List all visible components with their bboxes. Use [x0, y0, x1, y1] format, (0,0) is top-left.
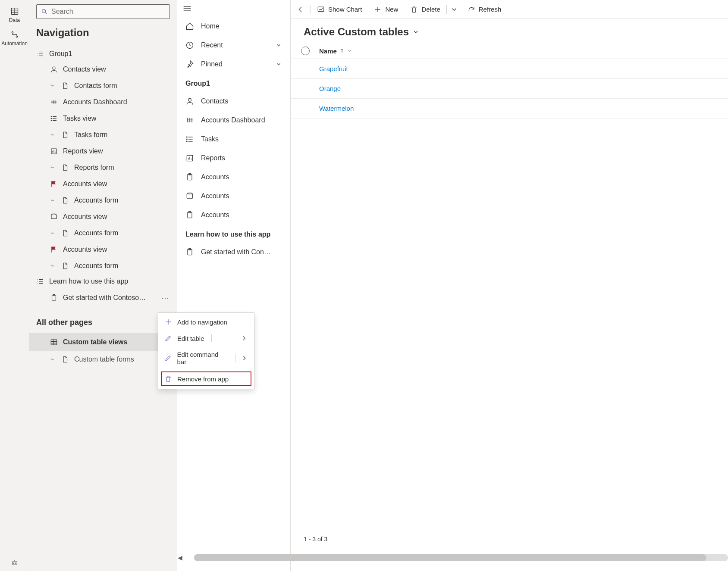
dashboard-icon: [50, 98, 58, 106]
search-input[interactable]: [51, 8, 165, 16]
more-icon[interactable]: ⋯: [161, 293, 170, 303]
svg-rect-43: [51, 340, 57, 345]
svg-point-51: [188, 98, 191, 101]
ctx-edit-table[interactable]: Edit table: [158, 330, 254, 346]
nav-accounts-view-c[interactable]: Accounts view: [29, 241, 177, 258]
row-link[interactable]: Orange: [319, 85, 341, 92]
col-label: Name: [319, 47, 337, 55]
chevron-right-icon: [241, 354, 248, 362]
indent-icon: [50, 356, 56, 362]
appnav-accounts-c[interactable]: Accounts: [177, 206, 290, 225]
appnav-tasks[interactable]: Tasks: [177, 130, 290, 149]
chart-icon: [317, 6, 325, 13]
back-button[interactable]: [291, 0, 311, 19]
flag-icon: [50, 246, 58, 253]
table-header: Name: [291, 43, 728, 59]
scroll-track[interactable]: [194, 554, 728, 561]
nav-accounts-form-b[interactable]: Accounts form: [29, 225, 177, 241]
table-row[interactable]: Watermelon: [291, 99, 728, 119]
svg-point-18: [53, 67, 55, 69]
cmd-label: Delete: [421, 6, 440, 13]
plus-icon: [374, 6, 382, 13]
nav-get-started[interactable]: Get started with Contoso… ⋯: [29, 289, 177, 307]
form-icon: [61, 262, 69, 270]
cmd-label: Show Chart: [328, 6, 362, 13]
row-link[interactable]: Grapefruit: [319, 65, 348, 72]
appnav-accounts-dashboard[interactable]: Accounts Dashboard: [177, 111, 290, 130]
appnav-recent[interactable]: Recent: [177, 36, 290, 55]
select-all[interactable]: [298, 47, 313, 55]
indent-icon: [50, 83, 56, 89]
row-link[interactable]: Watermelon: [319, 105, 354, 112]
nav-contacts-view[interactable]: Contacts view: [29, 61, 177, 78]
nav-accounts-form-a[interactable]: Accounts form: [29, 192, 177, 209]
pin-icon: [185, 60, 194, 69]
account-view-icon: [185, 192, 194, 200]
bot-icon: [11, 559, 19, 567]
appnav-label: Recent: [201, 41, 223, 49]
svg-point-7: [13, 563, 14, 564]
nav-custom-table-views[interactable]: Custom table views ⋯: [29, 333, 177, 351]
form-icon: [61, 82, 69, 90]
svg-point-5: [16, 36, 17, 37]
appnav-get-started[interactable]: Get started with Con…: [177, 243, 290, 262]
table-row[interactable]: Grapefruit: [291, 59, 728, 79]
hamburger-button[interactable]: [177, 2, 290, 17]
refresh-button[interactable]: Refresh: [461, 0, 508, 19]
rail-data[interactable]: Data: [0, 3, 29, 27]
ctx-add-to-nav[interactable]: Add to navigation: [158, 314, 254, 330]
name-column-header[interactable]: Name: [319, 47, 352, 55]
clipboard-icon: [185, 248, 194, 256]
nav-accounts-dashboard[interactable]: Accounts Dashboard: [29, 94, 177, 110]
svg-point-10: [42, 9, 46, 13]
main-content: Show Chart New Delete Refresh Active Cus…: [291, 0, 728, 571]
delete-button[interactable]: Delete: [404, 0, 446, 19]
nav-group1[interactable]: Group1: [29, 47, 177, 61]
appnav-label: Reports: [201, 154, 225, 162]
navigation-panel: Navigation Group1 Contacts view Contacts…: [29, 0, 177, 571]
nav-label: Custom table forms: [74, 356, 134, 363]
flag-icon: [50, 180, 58, 188]
show-chart-button[interactable]: Show Chart: [311, 0, 368, 19]
nav-tasks-view[interactable]: Tasks view: [29, 110, 177, 127]
horizontal-scrollbar[interactable]: ◀: [177, 554, 728, 562]
new-button[interactable]: New: [368, 0, 404, 19]
cmd-label: Refresh: [479, 6, 502, 13]
dashboard-icon: [185, 116, 194, 125]
appnav-home[interactable]: Home: [177, 17, 290, 36]
list-icon: [36, 50, 44, 58]
svg-line-11: [45, 12, 47, 14]
table-row[interactable]: Orange: [291, 79, 728, 99]
appnav-accounts-a[interactable]: Accounts: [177, 168, 290, 187]
svg-rect-74: [318, 7, 324, 12]
nav-custom-table-forms[interactable]: Custom table forms: [29, 351, 177, 368]
nav-tasks-form[interactable]: Tasks form: [29, 127, 177, 143]
appnav-contacts[interactable]: Contacts: [177, 92, 290, 111]
delete-chevron[interactable]: [447, 0, 461, 19]
rail-automation[interactable]: Automation: [0, 27, 29, 50]
nav-learn-group[interactable]: Learn how to use this app: [29, 274, 177, 289]
nav-accounts-view-b[interactable]: Accounts view: [29, 209, 177, 225]
nav-reports-form[interactable]: Reports form: [29, 159, 177, 176]
scroll-left-icon[interactable]: ◀: [177, 554, 183, 561]
appnav-reports[interactable]: Reports: [177, 149, 290, 168]
nav-label: Contacts form: [74, 82, 117, 90]
search-box[interactable]: [36, 4, 170, 19]
rail-data-label: Data: [9, 17, 20, 23]
nav-group1-label: Group1: [49, 50, 72, 58]
nav-accounts-view-a[interactable]: Accounts view: [29, 176, 177, 192]
nav-contacts-form[interactable]: Contacts form: [29, 78, 177, 94]
indent-icon: [50, 263, 56, 269]
rail-bot-icon[interactable]: [0, 555, 29, 571]
nav-reports-view[interactable]: Reports view: [29, 143, 177, 159]
appnav-accounts-b[interactable]: Accounts: [177, 187, 290, 206]
appnav-pinned[interactable]: Pinned: [177, 55, 290, 74]
nav-label: Accounts Dashboard: [63, 98, 127, 106]
person-icon: [50, 66, 58, 73]
nav-accounts-form-c[interactable]: Accounts form: [29, 258, 177, 274]
ctx-edit-command-bar[interactable]: Edit command bar: [158, 346, 254, 370]
trash-icon: [410, 6, 418, 13]
row-count: 1 - 3 of 3: [291, 529, 728, 549]
ctx-remove-from-app[interactable]: Remove from app: [161, 371, 251, 386]
view-selector[interactable]: Active Custom tables: [291, 19, 728, 43]
